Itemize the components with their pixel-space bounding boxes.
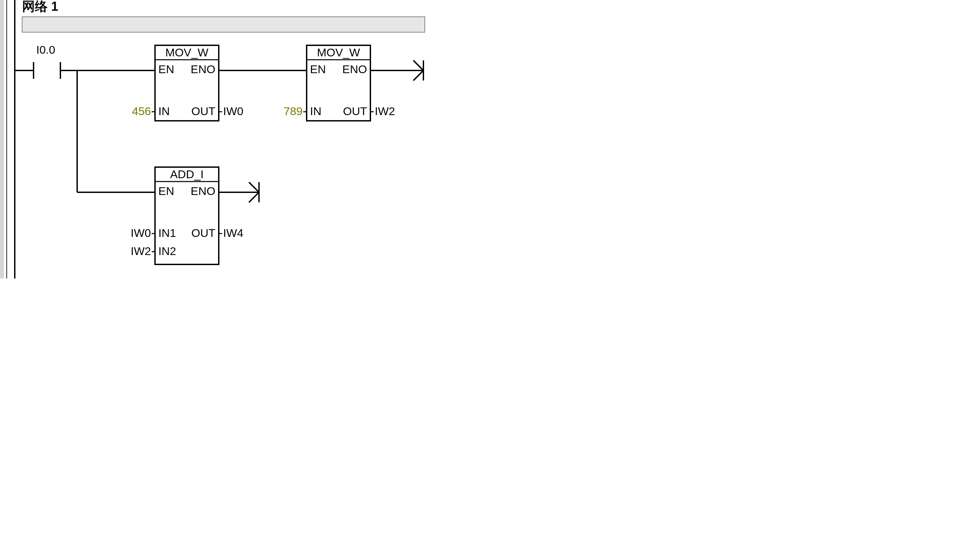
port-in: IN — [310, 105, 322, 117]
port-out: OUT — [191, 226, 215, 239]
mov1-out-value[interactable]: IW0 — [223, 105, 243, 117]
mov2-out-value[interactable]: IW2 — [375, 105, 395, 117]
gutter-bar — [0, 0, 4, 279]
port-eno: ENO — [191, 63, 215, 75]
network-title: 网络 1 — [22, 0, 58, 13]
port-out: OUT — [191, 105, 215, 117]
block-mov-w-1[interactable]: MOV_W EN ENO IN OUT — [155, 45, 219, 121]
add-in1-value[interactable]: IW0 — [131, 226, 151, 239]
block-type: MOV_W — [317, 46, 360, 59]
ladder-diagram[interactable]: 网络 1 I0.0 MOV_W EN ENO IN OUT 456 IW0 MO… — [0, 0, 490, 279]
svg-rect-0 — [0, 0, 490, 279]
port-eno: ENO — [191, 184, 215, 197]
contact-address: I0.0 — [36, 43, 55, 56]
port-in2: IN2 — [159, 245, 176, 257]
port-en: EN — [159, 63, 174, 75]
block-add-i[interactable]: ADD_I EN ENO IN1 OUT IN2 — [155, 167, 219, 265]
port-en: EN — [159, 184, 174, 197]
block-type: MOV_W — [165, 46, 208, 59]
port-eno: ENO — [342, 63, 367, 75]
port-in: IN — [159, 105, 170, 117]
port-in1: IN1 — [159, 226, 176, 239]
comment-field[interactable] — [22, 17, 425, 32]
port-en: EN — [310, 63, 326, 75]
mov1-in-value[interactable]: 456 — [132, 105, 151, 117]
block-type: ADD_I — [170, 168, 203, 181]
mov2-in-value[interactable]: 789 — [283, 105, 303, 117]
port-out: OUT — [343, 105, 367, 117]
add-in2-value[interactable]: IW2 — [131, 245, 151, 257]
add-out-value[interactable]: IW4 — [223, 226, 243, 239]
block-mov-w-2[interactable]: MOV_W EN ENO IN OUT — [307, 45, 370, 121]
